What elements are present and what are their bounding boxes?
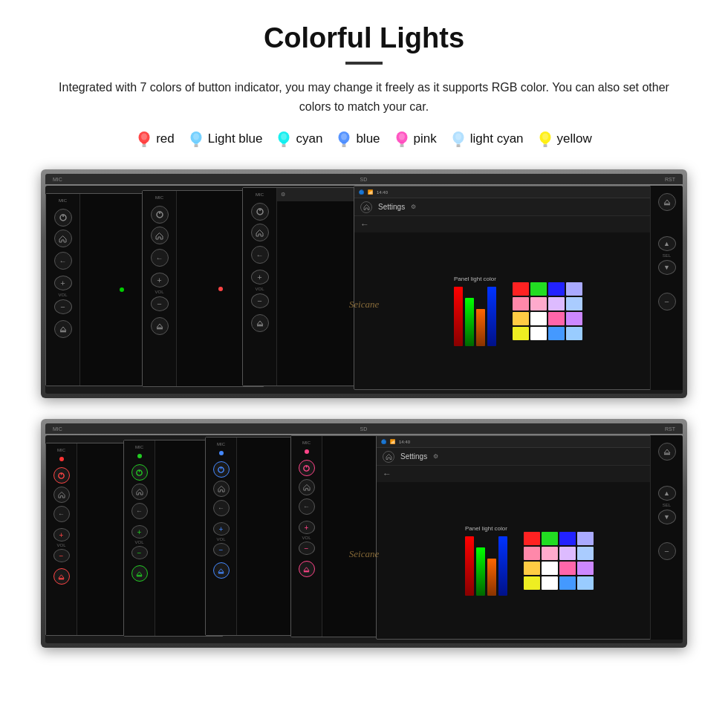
vol-minus-1[interactable]: −	[54, 299, 72, 314]
power-btn-2[interactable]	[151, 206, 169, 224]
color-cell-3[interactable]	[566, 282, 582, 296]
color-cell-7[interactable]	[577, 547, 594, 560]
color-cell-15[interactable]	[577, 576, 594, 590]
power-btn-A[interactable]	[53, 467, 70, 484]
color-cell-4[interactable]	[524, 547, 540, 560]
mic-label-2: MIC	[53, 426, 62, 432]
svg-rect-5	[194, 145, 198, 146]
color-cell-13[interactable]	[542, 576, 558, 590]
vol-minus-A[interactable]: −	[53, 549, 70, 562]
home-icon-settings[interactable]	[360, 201, 372, 213]
right-vol-up-2[interactable]: ▲	[658, 486, 676, 501]
power-btn-1[interactable]	[54, 209, 72, 227]
back-btn-D[interactable]: ←	[299, 498, 315, 515]
svg-marker-30	[60, 327, 66, 331]
power-btn-D[interactable]	[299, 460, 315, 476]
vol-plus-C[interactable]: +	[213, 522, 230, 536]
bulb-icon-light cyan	[450, 129, 467, 149]
color-cell-9[interactable]	[530, 312, 547, 325]
back-btn-A[interactable]: ←	[53, 506, 70, 522]
eject-btn-3[interactable]	[251, 314, 269, 332]
power-btn-C[interactable]	[213, 461, 230, 478]
eject-btn-B[interactable]	[131, 565, 148, 582]
vol-plus-1[interactable]: +	[54, 276, 72, 290]
vol-plus-A[interactable]: +	[53, 528, 70, 542]
right-vol-up[interactable]: ▲	[658, 236, 676, 251]
color-cell-6[interactable]	[548, 297, 565, 310]
back-btn-2[interactable]: ←	[151, 249, 169, 267]
vol-plus-B[interactable]: +	[131, 525, 148, 539]
right-vol-down[interactable]: ▼	[658, 260, 676, 275]
color-cell-12[interactable]	[524, 576, 540, 590]
right-panel-2: ▲ SEL ▼ −	[650, 435, 683, 640]
back-arrow-2[interactable]: ←	[383, 469, 391, 479]
color-cell-1[interactable]	[530, 282, 547, 296]
color-cell-13[interactable]	[530, 327, 547, 340]
eject-right-2[interactable]	[658, 443, 676, 461]
home-btn-D[interactable]	[299, 479, 315, 495]
color-cell-0[interactable]	[524, 532, 540, 545]
vol-minus-D[interactable]: −	[299, 542, 315, 555]
right-minus-2[interactable]: −	[658, 542, 676, 560]
color-cell-9[interactable]	[542, 562, 558, 575]
color-cell-5[interactable]	[530, 297, 547, 310]
color-cell-2[interactable]	[559, 532, 576, 545]
home-icon-settings-2[interactable]	[383, 451, 394, 463]
settings-header: Settings ⚙	[354, 198, 682, 216]
home-btn-A[interactable]	[53, 487, 70, 503]
color-cell-1[interactable]	[542, 532, 558, 545]
bulb-icon-blue	[336, 129, 352, 149]
right-vol-down-2[interactable]: ▼	[658, 510, 676, 524]
color-cell-12[interactable]	[513, 327, 529, 340]
color-cell-0[interactable]	[513, 282, 529, 296]
vol-minus-2[interactable]: −	[151, 296, 169, 311]
description-text: Integrated with 7 colors of button indic…	[48, 78, 680, 116]
vol-minus-C[interactable]: −	[213, 543, 230, 556]
color-item-cyan: cyan	[276, 129, 322, 149]
color-cell-4[interactable]	[513, 297, 529, 310]
eject-btn-2[interactable]	[151, 317, 169, 335]
power-btn-B[interactable]	[131, 464, 148, 481]
vol-plus-D[interactable]: +	[299, 521, 315, 534]
back-btn-C[interactable]: ←	[213, 500, 230, 516]
vol-plus-3[interactable]: +	[251, 270, 269, 284]
color-cell-14[interactable]	[548, 327, 565, 340]
color-cell-7[interactable]	[566, 297, 582, 310]
back-btn-B[interactable]: ←	[131, 503, 148, 519]
color-cell-14[interactable]	[559, 576, 576, 590]
home-btn-3[interactable]	[251, 224, 269, 241]
main-settings-panel: 🔵 📶 14:40 🔊 ☷ ↩	[354, 186, 683, 390]
bar-blue-2	[498, 536, 507, 596]
eject-btn-D[interactable]	[299, 561, 315, 577]
home-btn-1[interactable]	[54, 230, 72, 247]
right-minus[interactable]: −	[658, 293, 676, 310]
color-cell-2[interactable]	[548, 282, 565, 296]
color-cell-5[interactable]	[542, 547, 558, 560]
color-cell-10[interactable]	[548, 312, 565, 325]
home-btn-B[interactable]	[131, 484, 148, 500]
back-row-2: ←	[377, 466, 682, 482]
color-cell-11[interactable]	[566, 312, 582, 325]
vol-minus-B[interactable]: −	[131, 546, 148, 559]
power-btn-3[interactable]	[251, 203, 269, 221]
color-cell-10[interactable]	[559, 562, 576, 575]
svg-point-15	[341, 134, 347, 140]
back-arrow[interactable]: ←	[360, 219, 369, 230]
vol-minus-3[interactable]: −	[251, 293, 269, 308]
home-btn-C[interactable]	[213, 481, 230, 497]
color-cell-15[interactable]	[566, 327, 582, 340]
color-cell-6[interactable]	[559, 547, 576, 560]
vol-plus-2[interactable]: +	[151, 273, 169, 287]
eject-right[interactable]	[658, 193, 676, 211]
back-btn-3[interactable]: ←	[251, 246, 269, 264]
color-cell-8[interactable]	[513, 312, 529, 325]
eject-btn-C[interactable]	[213, 562, 230, 579]
color-cell-3[interactable]	[577, 532, 594, 545]
back-btn-1[interactable]: ←	[54, 252, 72, 270]
home-btn-2[interactable]	[151, 227, 169, 244]
device-section-2: MIC SD RST MIC	[30, 419, 698, 648]
color-cell-11[interactable]	[577, 562, 594, 575]
eject-btn-1[interactable]	[54, 320, 72, 338]
eject-btn-A[interactable]	[53, 568, 70, 585]
color-cell-8[interactable]	[524, 562, 540, 575]
